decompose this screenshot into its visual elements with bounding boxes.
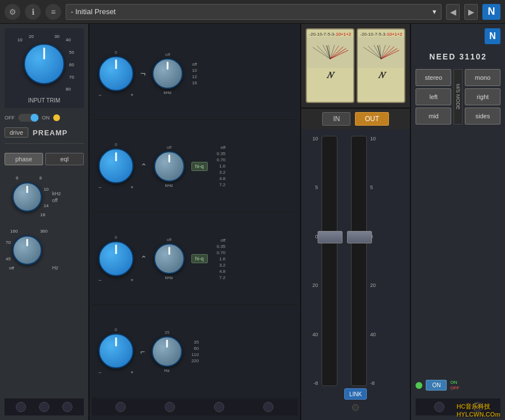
on-indicator: ON: [450, 380, 459, 385]
lf-gain-knob[interactable]: [99, 333, 134, 368]
lf-freq-unit: Hz: [52, 265, 58, 271]
gear-icon[interactable]: ⚙: [5, 4, 20, 20]
hf-scale-18: 18: [40, 212, 45, 217]
sides-button[interactable]: sides: [465, 108, 500, 125]
eq-dot-1: [115, 402, 126, 412]
hmf-hiq-button[interactable]: hi-q: [191, 162, 208, 171]
need-logo-row: N: [416, 28, 500, 44]
preset-name: - Initial Preset: [71, 7, 115, 16]
hf-gain-0: 0: [114, 50, 117, 55]
lmf-gain-knob[interactable]: [99, 241, 134, 276]
info-icon[interactable]: ℹ: [25, 4, 41, 20]
hmf-freq-val: off: [166, 145, 172, 150]
right-section: -20 -10 -7 -5 -3 -1 0 +1 +2: [301, 24, 410, 420]
left-button[interactable]: left: [416, 88, 451, 105]
fader-right[interactable]: [351, 136, 367, 386]
mono-button[interactable]: mono: [465, 69, 500, 86]
prev-preset-button[interactable]: ◀: [446, 4, 460, 20]
lf-knob-section: 160 360 70 45 off Hz: [5, 225, 84, 275]
off-label: OFF: [5, 115, 15, 121]
bottom-dots-eq: [92, 398, 298, 415]
lf-freq-knob[interactable]: [12, 235, 42, 265]
power-green-dot: [416, 382, 422, 389]
lf-gain-0: 0: [114, 327, 117, 332]
preset-dropdown[interactable]: - Initial Preset ▾: [66, 4, 442, 20]
hf-plus: +: [130, 92, 133, 98]
link-button[interactable]: LINK: [344, 388, 367, 400]
ms-mode-label: M/S MODE: [453, 69, 463, 125]
out-button[interactable]: OUT: [355, 112, 388, 126]
drive-preamp-row: drive PREAMP: [5, 127, 84, 138]
hf-freq-off: off: [52, 198, 61, 203]
need-on-button[interactable]: ON: [426, 380, 447, 391]
lmf-filter-type-icon: ⌃: [140, 254, 147, 263]
hf-scale-10: 10: [44, 187, 49, 192]
mode-buttons-right: mono right sides: [465, 69, 500, 125]
vu-scale-right: -20 -10 -7 -5 -3 -1 0 +1 +2: [358, 29, 404, 37]
fader-left-thumb[interactable]: [318, 231, 343, 243]
fader-left-scale: 10 5 0 20 40 -8: [306, 136, 322, 386]
scale-70: 70: [69, 75, 74, 80]
hf-scale-8: 8: [40, 175, 42, 181]
input-trim-section: 10 20 30 40 50 60 70 80 INPUT TRIM: [5, 28, 84, 108]
lf-scale-360: 360: [40, 229, 48, 234]
brand-logo: N: [482, 4, 500, 20]
lf-scale-off: off: [9, 265, 14, 271]
vu-arc-right: [358, 37, 404, 68]
off-indicator: OFF: [450, 385, 459, 391]
fader-area: 10 5 0 20 40 -8 10: [301, 129, 410, 420]
main-layout: 10 20 30 40 50 60 70 80 INPUT TRIM OFF O…: [0, 24, 505, 420]
vu-meter-right: -20 -10 -7 -5 -3 -1 0 +1 +2: [357, 28, 405, 103]
hf-gain-knob[interactable]: [99, 56, 134, 91]
svg-line-7: [330, 49, 346, 59]
drive-button[interactable]: drive: [5, 127, 28, 138]
dropdown-arrow: ▾: [433, 7, 436, 16]
hf-freq-khz: kHz: [164, 90, 172, 95]
hmf-gain-knob[interactable]: [99, 148, 134, 183]
hf-freq-knob-eq[interactable]: [152, 58, 183, 89]
dot-3: [62, 402, 72, 412]
hmf-freq-knob-eq[interactable]: [154, 151, 185, 182]
on-label: ON: [42, 115, 50, 121]
faders-row: 10 5 0 20 40 -8 10: [306, 136, 406, 386]
hmf-plus: +: [130, 185, 133, 190]
sliders-icon[interactable]: ≡: [45, 4, 61, 20]
mode-buttons-left: stereo left mid: [416, 69, 451, 125]
lf-band: 0 − + ⌐ 35 Hz 35 60 110: [92, 306, 298, 398]
input-trim-label: INPUT TRIM: [28, 97, 60, 104]
hmf-minus: −: [99, 185, 101, 190]
hf-filter-type-icon: ⌐: [140, 68, 145, 79]
next-preset-button[interactable]: ▶: [464, 4, 478, 20]
preamp-label: PREAMP: [33, 128, 68, 137]
hmf-freq-khz: kHz: [165, 183, 173, 188]
vu-arc-left: [307, 37, 353, 68]
lmf-hiq-button[interactable]: hi-q: [191, 254, 208, 263]
lmf-plus: +: [130, 277, 133, 283]
in-button[interactable]: IN: [322, 112, 350, 126]
fader-left[interactable]: [322, 136, 337, 386]
hf-freq-knob[interactable]: [12, 182, 42, 212]
lf-scale-70: 70: [6, 240, 11, 245]
hf-minus: −: [99, 92, 101, 98]
eq-dot-2: [165, 402, 175, 412]
eq-dot-4: [263, 402, 273, 412]
on-off-indicator: ON OFF: [450, 380, 459, 391]
input-trim-knob[interactable]: [24, 44, 65, 84]
knob-indicator: [27, 186, 28, 193]
eql-button[interactable]: eql: [45, 153, 84, 165]
mid-button[interactable]: mid: [416, 108, 451, 125]
lmf-minus: −: [99, 277, 101, 283]
phase-button[interactable]: phase: [5, 153, 43, 165]
vu-meter-left: -20 -10 -7 -5 -3 -1 0 +1 +2: [306, 28, 354, 103]
vu-section: -20 -10 -7 -5 -3 -1 0 +1 +2: [301, 24, 410, 109]
lf-freq-knob-eq[interactable]: [152, 336, 182, 367]
lmf-freq-knob-eq[interactable]: [154, 243, 185, 274]
right-button[interactable]: right: [465, 88, 500, 105]
lmf-freq-khz: kHz: [165, 275, 173, 280]
power-toggle[interactable]: [18, 114, 38, 122]
toggle-thumb: [31, 114, 38, 122]
fader-right-thumb[interactable]: [347, 231, 372, 243]
stereo-button[interactable]: stereo: [416, 69, 451, 86]
need-bottom-controls: ON ON OFF: [416, 378, 500, 393]
lf-filter-type-icon: ⌐: [140, 347, 145, 356]
